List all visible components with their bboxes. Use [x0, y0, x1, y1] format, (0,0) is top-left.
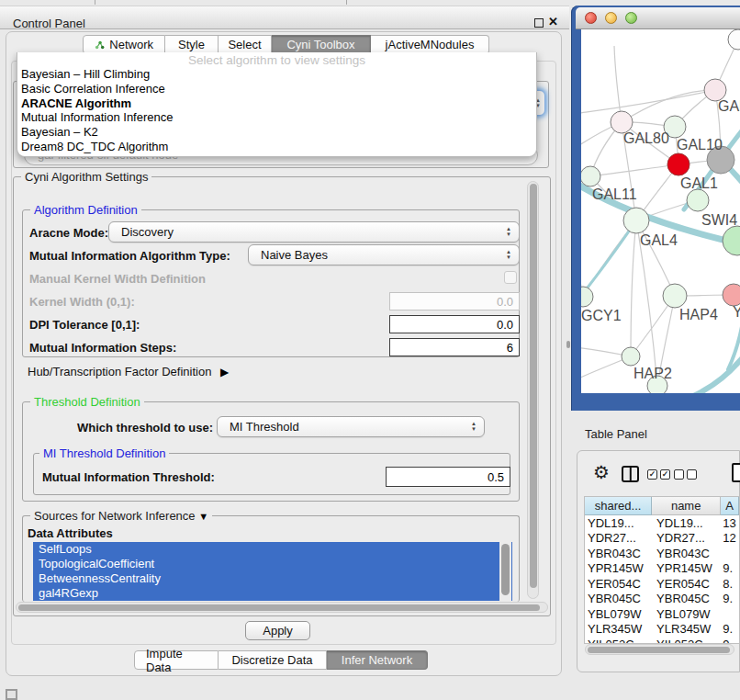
table-row[interactable]: YIL052C YIL052C 9	[585, 637, 739, 644]
tab-label: Infer Network	[342, 653, 412, 667]
table-header-row: shared... name A	[585, 497, 739, 515]
node-gcy1[interactable]	[581, 287, 593, 307]
table-row[interactable]: YER054C YER054C 8.	[585, 576, 739, 592]
cell-extra: 9.	[721, 592, 739, 605]
node[interactable]	[723, 226, 740, 255]
float-window-icon[interactable]	[534, 18, 544, 28]
column-header-name[interactable]: name	[652, 497, 721, 515]
list-item[interactable]: BetweennessCentrality	[33, 571, 512, 586]
table-row[interactable]: YBL079W YBL079W	[585, 606, 739, 622]
cell-name: YPR145W	[652, 561, 721, 575]
tab-impute-data[interactable]: Impute Data	[134, 650, 219, 670]
node-hap4[interactable]	[663, 284, 687, 308]
cell-shared: YBR045C	[585, 592, 652, 605]
column-header-partial[interactable]: A	[721, 497, 739, 515]
tab-label: Impute Data	[146, 647, 207, 674]
unchecked-box-icon	[687, 469, 697, 480]
unchecked-box-icon	[674, 469, 684, 480]
node-swi4[interactable]	[687, 189, 709, 211]
popup-item[interactable]: Mutual Information Inference	[17, 110, 536, 125]
popup-item[interactable]: Bayesian – Hill Climbing	[17, 67, 536, 82]
node-gal4[interactable]	[623, 208, 649, 233]
kernel-width-input[interactable]: 0.0	[389, 292, 520, 310]
list-item[interactable]: SelfLoops	[33, 542, 512, 557]
table-row[interactable]: YPR145W YPR145W 9.	[585, 561, 739, 577]
settings-horizontal-scrollbar[interactable]	[16, 602, 548, 613]
toolbar-fragment	[95, 0, 95, 5]
node-attribute-table[interactable]: shared... name A YDL19... YDL19... 13 YD…	[584, 496, 740, 644]
which-threshold-combobox[interactable]: MI Threshold ▲▼	[217, 416, 485, 437]
node-label: GAL80	[623, 130, 669, 146]
close-traffic-light[interactable]	[585, 12, 597, 24]
tab-infer-network[interactable]: Infer Network	[327, 650, 428, 670]
tab-label: jActiveMNodules	[386, 38, 475, 51]
network-window-titlebar[interactable]	[576, 7, 740, 29]
close-icon[interactable]: ✕	[548, 15, 558, 28]
node[interactable]	[723, 284, 740, 306]
table-horizontal-scrollbar[interactable]	[585, 644, 734, 655]
minimize-traffic-light[interactable]	[605, 12, 617, 24]
combobox-spinner-icon: ▲▼	[506, 250, 511, 260]
dpi-tolerance-label: DPI Tolerance [0,1]:	[29, 318, 140, 332]
tab-style[interactable]: Style	[165, 35, 219, 54]
table-row[interactable]: YBR043C YBR043C	[585, 546, 739, 561]
tab-discretize-data[interactable]: Discretize Data	[219, 650, 327, 670]
mi-steps-label: Mutual Information Steps:	[29, 341, 176, 355]
kernel-width-value: 0.0	[497, 295, 513, 309]
deselect-all-columns-icon[interactable]	[674, 469, 697, 480]
popup-item[interactable]: Basic Correlation Inference	[17, 82, 536, 96]
table-row[interactable]: YDR27... YDR27... 12	[585, 531, 739, 547]
popup-item[interactable]: Bayesian – K2	[17, 125, 536, 140]
mi-threshold-input[interactable]: 0.5	[386, 467, 510, 487]
table-row[interactable]: YDL19... YDL19... 13	[585, 515, 739, 531]
aracne-mode-combobox[interactable]: Discovery ▲▼	[108, 221, 520, 243]
mi-algorithm-type-combobox[interactable]: Naive Bayes ▲▼	[248, 244, 520, 265]
node-gal11[interactable]	[581, 166, 600, 186]
manual-kernel-checkbox[interactable]	[504, 271, 517, 284]
data-attributes-list[interactable]: SelfLoops TopologicalCoefficient Between…	[33, 542, 512, 601]
network-view-canvas[interactable]: GAL GAL80 GAL10 GAL1 GAL11 SWI4 GAL4 GCY…	[581, 29, 740, 393]
cell-shared: YIL052C	[585, 638, 652, 644]
dpi-tolerance-input[interactable]: 0.0	[389, 315, 520, 333]
column-header-shared-name[interactable]: shared...	[585, 497, 652, 515]
popup-item[interactable]: Dream8 DC_TDC Algorithm	[17, 140, 536, 154]
node-hap2[interactable]	[622, 347, 640, 366]
scrollbar-thumb[interactable]	[501, 544, 510, 595]
table-row[interactable]: YBR045C YBR045C 9.	[585, 592, 739, 607]
mi-steps-input[interactable]: 6	[389, 338, 520, 356]
mi-threshold-value: 0.5	[488, 470, 504, 484]
cell-shared: YDL19...	[585, 516, 652, 530]
list-item[interactable]: gal4RGexp	[33, 586, 512, 601]
node-gal1[interactable]	[667, 153, 690, 175]
cell-name: YBR043C	[652, 547, 721, 560]
algorithm-definition-title: Algorithm Definition	[30, 203, 141, 217]
hub-section-toggle[interactable]: Hub/Transcription Factor Definition ▶	[28, 365, 229, 378]
pane-divider-handle[interactable]	[566, 341, 570, 348]
settings-vertical-scrollbar[interactable]	[527, 181, 539, 599]
columns-icon[interactable]	[622, 466, 639, 482]
scrollbar-thumb[interactable]	[18, 604, 540, 611]
select-all-columns-icon[interactable]: ✓ ✓	[647, 469, 670, 480]
checked-box-icon: ✓	[660, 469, 670, 480]
popup-item-selected[interactable]: ARACNE Algorithm	[17, 96, 536, 111]
tab-jactivemnodules[interactable]: jActiveMNodules	[371, 35, 489, 54]
tab-network[interactable]: Network	[83, 35, 165, 54]
scrollbar-thumb[interactable]	[530, 184, 537, 588]
table-row[interactable]: YLR345W YLR345W 9.	[585, 622, 739, 638]
gear-icon[interactable]: ⚙	[593, 463, 610, 481]
sources-title-row[interactable]: Sources for Network Inference ▼	[30, 509, 212, 523]
network-nodes[interactable]	[581, 29, 740, 393]
list-item[interactable]: TopologicalCoefficient	[33, 557, 512, 571]
document-icon[interactable]	[732, 463, 740, 482]
zoom-traffic-light[interactable]	[625, 12, 637, 24]
node[interactable]	[728, 29, 740, 50]
scrollbar-thumb[interactable]	[588, 647, 730, 653]
tab-select[interactable]: Select	[219, 35, 272, 54]
tab-cyni-toolbox[interactable]: Cyni Toolbox	[272, 35, 371, 54]
cell-shared: YBL079W	[585, 607, 652, 621]
list-vertical-scrollbar[interactable]	[499, 542, 511, 601]
hub-section-label: Hub/Transcription Factor Definition	[28, 365, 211, 378]
apply-button[interactable]: Apply	[245, 621, 310, 640]
tab-label: Network	[109, 38, 153, 51]
cell-name: YLR345W	[652, 622, 721, 636]
